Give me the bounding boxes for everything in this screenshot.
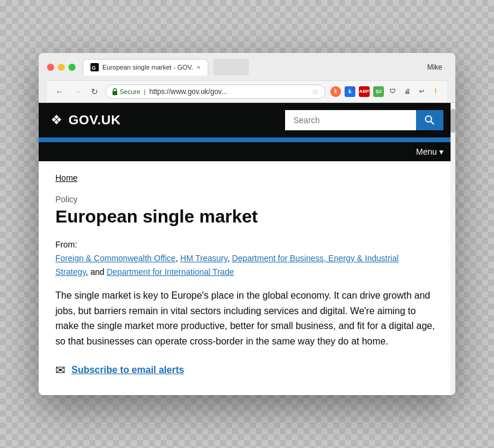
svg-point-3 bbox=[426, 116, 432, 122]
tab-close-icon[interactable]: × bbox=[196, 64, 200, 71]
from-label: From: bbox=[55, 240, 439, 249]
scrollbar-track[interactable] bbox=[451, 103, 455, 396]
address-bar: ← → ↻ Secure | https://www.gov.uk/gov...… bbox=[47, 80, 447, 102]
svg-text:G: G bbox=[92, 65, 96, 71]
govuk-logo[interactable]: ❖ GOV.UK bbox=[51, 112, 121, 128]
new-tab-area bbox=[213, 59, 249, 76]
lock-icon bbox=[112, 88, 118, 95]
back-button[interactable]: ← bbox=[53, 86, 66, 98]
ext-warn-icon[interactable]: ! bbox=[430, 86, 441, 97]
ext-s2-icon[interactable]: S2 bbox=[373, 86, 384, 97]
ext-nav-icon[interactable]: ↩ bbox=[416, 86, 427, 97]
tab-bar: G European single market - GOV. × bbox=[83, 59, 427, 76]
breadcrumb-home-link[interactable]: Home bbox=[55, 173, 77, 183]
search-input[interactable] bbox=[285, 110, 416, 130]
from-links: Foreign & Commonwealth Office, HM Treasu… bbox=[55, 252, 439, 278]
nav-bar: Menu ▾ bbox=[39, 142, 455, 161]
menu-button[interactable]: Menu ▾ bbox=[416, 147, 443, 156]
bookmark-icon[interactable]: ☆ bbox=[311, 87, 319, 96]
maximize-button[interactable] bbox=[68, 64, 76, 71]
search-button[interactable] bbox=[416, 110, 443, 130]
browser-titlebar: G European single market - GOV. × Mike ←… bbox=[39, 53, 455, 103]
from-link-fco[interactable]: Foreign & Commonwealth Office bbox=[55, 253, 176, 263]
scrollbar-thumb[interactable] bbox=[451, 109, 455, 133]
search-icon bbox=[424, 115, 435, 126]
page-label: Policy bbox=[55, 195, 439, 204]
govuk-header: ❖ GOV.UK bbox=[39, 103, 455, 137]
user-name: Mike bbox=[427, 63, 447, 71]
svg-line-4 bbox=[431, 121, 434, 124]
page-description: The single market is key to Europe's pla… bbox=[55, 288, 439, 349]
active-tab[interactable]: G European single market - GOV. × bbox=[83, 59, 208, 76]
address-field[interactable]: Secure | https://www.gov.uk/gov... ☆ bbox=[105, 84, 326, 99]
svg-rect-2 bbox=[112, 91, 117, 95]
ext-k1-icon[interactable]: k1 bbox=[345, 86, 355, 97]
govuk-logo-text: GOV.UK bbox=[68, 112, 121, 128]
site-wrapper: ❖ GOV.UK Menu ▾ Home Policy bbox=[39, 103, 455, 396]
ext-k-icon[interactable]: k bbox=[330, 86, 341, 97]
tab-favicon: G bbox=[90, 63, 99, 71]
tab-title: European single market - GOV. bbox=[102, 64, 193, 71]
subscribe-section: ✉ Subscribe to email alerts bbox=[55, 363, 439, 377]
breadcrumb: Home bbox=[55, 173, 439, 183]
ext-abp-icon[interactable]: ABP bbox=[359, 86, 370, 97]
from-section: From: Foreign & Commonwealth Office, HM … bbox=[55, 240, 439, 278]
window-buttons bbox=[47, 64, 76, 71]
page-content: Home Policy European single market From:… bbox=[39, 161, 455, 396]
ext-shield-icon[interactable]: 🛡 bbox=[387, 86, 398, 97]
secure-label: Secure bbox=[120, 88, 140, 95]
envelope-icon: ✉ bbox=[55, 363, 65, 377]
minimize-button[interactable] bbox=[58, 64, 65, 71]
blue-bar bbox=[39, 137, 455, 142]
subscribe-link[interactable]: Subscribe to email alerts bbox=[71, 365, 184, 375]
browser-window: G European single market - GOV. × Mike ←… bbox=[39, 53, 455, 396]
crown-icon: ❖ bbox=[51, 112, 62, 128]
page-title: European single market bbox=[55, 206, 439, 227]
close-button[interactable] bbox=[47, 64, 54, 71]
search-form bbox=[285, 110, 443, 130]
ext-print-icon[interactable]: 🖨 bbox=[402, 86, 412, 97]
forward-button[interactable]: → bbox=[71, 86, 84, 98]
from-link-dit[interactable]: Department for International Trade bbox=[107, 267, 234, 277]
url-text: https://www.gov.uk/gov... bbox=[149, 87, 308, 96]
from-link-hmt[interactable]: HM Treasury bbox=[180, 253, 227, 263]
browser-extensions: k k1 ABP S2 🛡 🖨 ↩ ! bbox=[330, 86, 441, 97]
refresh-button[interactable]: ↻ bbox=[89, 86, 101, 98]
secure-badge: Secure bbox=[112, 88, 140, 95]
